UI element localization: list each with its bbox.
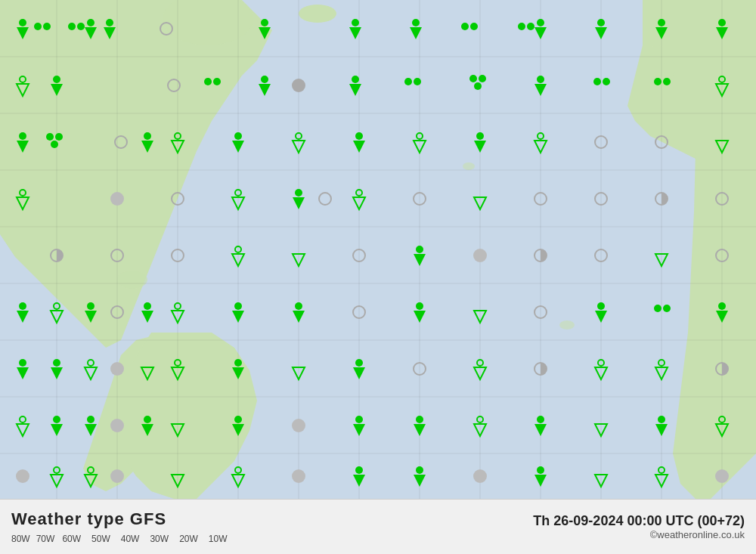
svg-point-157 xyxy=(234,359,242,367)
svg-point-218 xyxy=(261,76,268,83)
svg-point-180 xyxy=(355,416,363,423)
svg-point-225 xyxy=(144,302,151,310)
svg-point-160 xyxy=(355,359,363,367)
bottom-bar: Weather type GFS 80W 70W 60W 50W 40W 30W… xyxy=(0,499,756,554)
svg-point-174 xyxy=(110,419,124,432)
svg-point-46 xyxy=(597,19,605,26)
svg-point-36 xyxy=(352,19,359,26)
lon-label-60w: 60W xyxy=(62,534,81,544)
svg-point-44 xyxy=(537,19,544,26)
svg-point-145 xyxy=(654,305,662,312)
svg-point-201 xyxy=(355,466,363,474)
svg-point-203 xyxy=(416,466,423,474)
svg-point-2 xyxy=(117,271,147,289)
svg-point-153 xyxy=(110,362,124,376)
lon-label-50w: 50W xyxy=(91,534,110,544)
svg-point-42 xyxy=(527,23,534,30)
svg-point-199 xyxy=(292,469,305,483)
svg-point-87 xyxy=(355,132,363,140)
svg-point-57 xyxy=(213,78,221,85)
svg-point-189 xyxy=(658,416,665,423)
svg-point-64 xyxy=(479,75,486,82)
svg-point-77 xyxy=(55,133,63,141)
svg-point-137 xyxy=(295,302,302,310)
svg-point-54 xyxy=(53,76,60,83)
svg-point-32 xyxy=(68,23,76,30)
svg-point-144 xyxy=(597,302,605,310)
svg-point-31 xyxy=(43,23,51,30)
svg-point-70 xyxy=(654,78,662,85)
svg-point-173 xyxy=(53,416,60,423)
svg-point-29 xyxy=(19,19,26,26)
svg-point-212 xyxy=(87,19,94,26)
svg-point-195 xyxy=(110,469,124,483)
svg-point-128 xyxy=(19,302,26,310)
svg-point-30 xyxy=(34,23,42,30)
svg-point-223 xyxy=(87,302,94,310)
lon-label-20w: 20W xyxy=(179,534,198,544)
lon-label-40w: 40W xyxy=(121,534,140,544)
svg-point-150 xyxy=(19,359,26,367)
svg-point-214 xyxy=(106,19,113,26)
watermark: ©weatheronline.co.uk xyxy=(533,529,745,540)
svg-point-5 xyxy=(299,5,336,23)
svg-point-177 xyxy=(234,416,242,423)
lon-label-70w: 70W xyxy=(36,534,55,544)
svg-point-83 xyxy=(234,132,242,140)
svg-point-71 xyxy=(663,78,671,85)
lon-label-80w: 80W xyxy=(11,534,30,544)
lon-label-10w: 10W xyxy=(209,534,228,544)
svg-point-69 xyxy=(603,78,610,85)
svg-point-75 xyxy=(19,132,26,140)
svg-point-33 xyxy=(77,23,85,30)
svg-point-206 xyxy=(537,466,544,474)
svg-point-178 xyxy=(292,419,305,432)
svg-point-50 xyxy=(718,19,726,26)
svg-point-41 xyxy=(518,23,525,30)
svg-point-65 xyxy=(474,82,482,90)
svg-point-76 xyxy=(46,133,54,141)
svg-point-210 xyxy=(715,469,729,483)
svg-point-78 xyxy=(51,141,58,148)
bottom-left-info: Weather type GFS 80W 70W 60W 50W 40W 30W… xyxy=(11,509,228,544)
svg-point-68 xyxy=(593,78,601,85)
bottom-right-info: Th 26-09-2024 00:00 UTC (00+72) ©weather… xyxy=(533,513,745,540)
svg-point-56 xyxy=(204,78,212,85)
svg-point-67 xyxy=(537,76,544,83)
svg-point-38 xyxy=(412,19,420,26)
svg-point-148 xyxy=(718,302,726,310)
datetime-label: Th 26-09-2024 00:00 UTC (00+72) xyxy=(533,513,745,529)
svg-point-121 xyxy=(416,246,423,253)
svg-point-152 xyxy=(53,359,60,367)
svg-point-122 xyxy=(473,249,487,262)
map-background xyxy=(0,0,756,499)
svg-point-104 xyxy=(295,189,302,197)
svg-point-62 xyxy=(414,78,421,85)
svg-point-91 xyxy=(476,132,484,140)
svg-point-186 xyxy=(537,416,544,423)
svg-point-39 xyxy=(461,23,469,30)
svg-point-230 xyxy=(87,416,94,423)
svg-point-7 xyxy=(559,320,575,330)
svg-point-99 xyxy=(110,192,124,206)
svg-point-63 xyxy=(469,75,477,82)
svg-point-204 xyxy=(473,469,487,483)
svg-point-140 xyxy=(416,302,423,310)
svg-point-192 xyxy=(16,469,29,483)
svg-point-4 xyxy=(663,59,675,77)
svg-point-40 xyxy=(470,23,478,30)
svg-point-61 xyxy=(404,78,412,85)
lon-label-30w: 30W xyxy=(150,534,169,544)
svg-point-146 xyxy=(663,305,671,312)
svg-point-182 xyxy=(416,416,423,423)
svg-point-220 xyxy=(144,132,151,140)
svg-point-232 xyxy=(144,416,151,423)
svg-point-135 xyxy=(234,302,242,310)
svg-point-48 xyxy=(658,19,665,26)
svg-point-58 xyxy=(292,79,305,92)
map-container: Weather type GFS 80W 70W 60W 50W 40W 30W… xyxy=(0,0,756,554)
weather-type-label: Weather type GFS xyxy=(11,509,228,529)
svg-point-216 xyxy=(261,19,268,26)
svg-point-6 xyxy=(463,162,475,170)
svg-point-60 xyxy=(352,76,359,83)
